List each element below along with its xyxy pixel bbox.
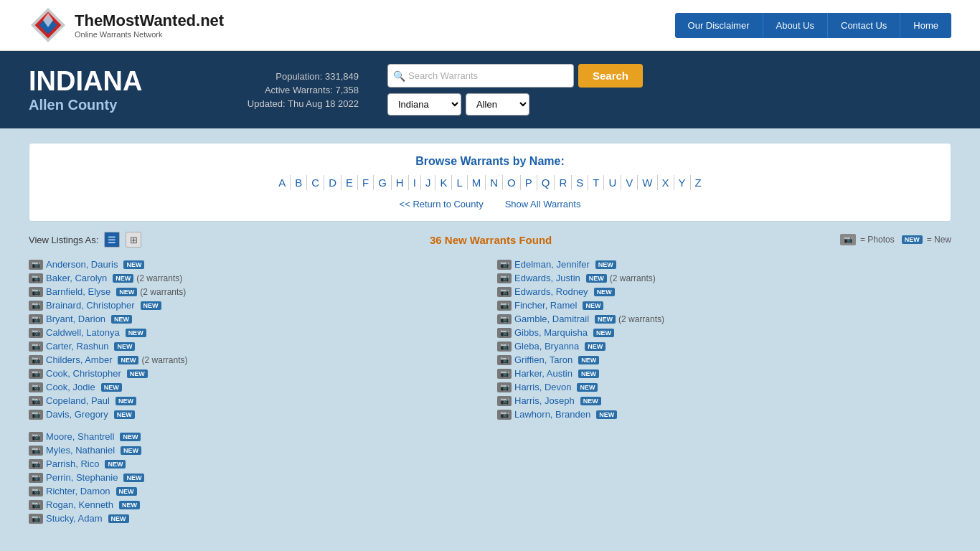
nav-about[interactable]: About Us — [763, 13, 828, 38]
list-item: 📷Griffien, TaronNEW — [497, 353, 951, 367]
warrant-name-link[interactable]: Cook, Jodie — [46, 382, 95, 392]
search-input[interactable] — [387, 64, 574, 88]
warrant-name-link[interactable]: Anderson, Dauris — [46, 259, 118, 270]
grid-view-icon[interactable]: ⊞ — [126, 232, 141, 248]
alpha-link-r[interactable]: R — [555, 175, 572, 190]
warrant-name-link[interactable]: Baker, Carolyn — [46, 273, 107, 283]
alpha-link-t[interactable]: T — [588, 175, 604, 190]
population-stat: Population: 331,849 — [215, 71, 359, 82]
alpha-link-q[interactable]: Q — [537, 175, 555, 190]
listings-section: View Listings As: ☰ ⊞ 36 New Warrants Fo… — [29, 229, 951, 525]
alpha-link-f[interactable]: F — [358, 175, 374, 190]
photo-icon: 📷 — [29, 355, 43, 365]
warrant-name-link[interactable]: Lawhorn, Branden — [514, 409, 590, 420]
new-badge: NEW — [593, 329, 614, 337]
warrant-name-link[interactable]: Caldwell, Latonya — [46, 327, 120, 338]
warrant-extra: (2 warrants) — [610, 273, 656, 283]
browse-title: Browse Warrants by Name: — [44, 155, 936, 168]
warrant-name-link[interactable]: Parrish, Rico — [46, 458, 99, 469]
alpha-link-v[interactable]: V — [621, 175, 638, 190]
warrant-name-link[interactable]: Copeland, Paul — [46, 395, 110, 406]
warrant-name-link[interactable]: Brainard, Christopher — [46, 300, 135, 311]
alpha-link-m[interactable]: M — [468, 175, 486, 190]
top-nav: TheMostWanted.net Online Warrants Networ… — [0, 0, 980, 51]
logo-icon — [29, 6, 67, 44]
warrant-name-link[interactable]: Harris, Joseph — [514, 395, 575, 406]
warrant-name-link[interactable]: Bryant, Darion — [46, 314, 105, 324]
alpha-link-w[interactable]: W — [638, 175, 657, 190]
alpha-link-o[interactable]: O — [503, 175, 521, 190]
new-badge: NEW — [119, 501, 140, 509]
warrant-name-link[interactable]: Davis, Gregory — [46, 409, 108, 420]
list-view-icon[interactable]: ☰ — [104, 232, 120, 248]
alpha-link-h[interactable]: H — [392, 175, 409, 190]
alpha-link-i[interactable]: I — [409, 175, 421, 190]
photo-icon: 📷 — [29, 273, 43, 283]
logo-subtitle: Online Warrants Network — [75, 30, 224, 39]
nav-contact[interactable]: Contact Us — [828, 13, 900, 38]
alpha-link-s[interactable]: S — [572, 175, 588, 190]
list-item: 📷Edelman, JenniferNEW — [497, 258, 951, 271]
alpha-link-a[interactable]: A — [274, 175, 291, 190]
new-badge: NEW — [577, 383, 598, 392]
nav-home[interactable]: Home — [900, 13, 951, 38]
photo-icon: 📷 — [497, 260, 512, 270]
warrant-name-link[interactable]: Edwards, Rodney — [514, 286, 588, 297]
alpha-link-c[interactable]: C — [307, 175, 324, 190]
photo-icon: 📷 — [29, 260, 43, 270]
warrant-name-link[interactable]: Rogan, Kenneth — [46, 499, 113, 510]
list-item: 📷Bryant, DarionNEW — [29, 312, 483, 326]
warrant-name-link[interactable]: Gamble, Damitrail — [514, 314, 589, 324]
warrant-name-link[interactable]: Gleba, Bryanna — [514, 341, 579, 352]
list-item: 📷Harris, DevonNEW — [497, 380, 951, 394]
alpha-link-b[interactable]: B — [291, 175, 307, 190]
alpha-link-e[interactable]: E — [341, 175, 358, 190]
list-item: 📷Childers, AmberNEW (2 warrants) — [29, 353, 483, 367]
new-badge: NEW — [118, 356, 138, 364]
warrant-name-link[interactable]: Edwards, Justin — [514, 273, 580, 283]
warrant-name-link[interactable]: Moore, Shantrell — [46, 431, 114, 442]
alpha-link-y[interactable]: Y — [674, 175, 691, 190]
new-badge: NEW — [594, 288, 615, 296]
photo-icon: 📷 — [29, 301, 43, 311]
warrant-name-link[interactable]: Edelman, Jennifer — [514, 259, 590, 270]
show-all-link[interactable]: Show All Warrants — [505, 199, 581, 209]
search-button[interactable]: Search — [578, 64, 643, 88]
warrant-name-link[interactable]: Gibbs, Marquisha — [514, 327, 588, 338]
names-col-2: 📷Edelman, JenniferNEW📷Edwards, JustinNEW… — [497, 258, 951, 525]
warrant-name-link[interactable]: Childers, Amber — [46, 354, 112, 365]
alpha-link-k[interactable]: K — [435, 175, 452, 190]
warrant-name-link[interactable]: Harker, Austin — [514, 368, 573, 379]
new-badge: NEW — [121, 446, 141, 455]
return-to-county-link[interactable]: << Return to County — [400, 199, 484, 209]
warrant-name-link[interactable]: Barnfield, Elyse — [46, 286, 110, 297]
alpha-link-d[interactable]: D — [324, 175, 341, 190]
alpha-link-z[interactable]: Z — [691, 175, 706, 190]
alpha-link-x[interactable]: X — [658, 175, 674, 190]
warrant-name-link[interactable]: Fincher, Ramel — [514, 300, 577, 311]
alpha-link-p[interactable]: P — [521, 175, 537, 190]
warrant-name-link[interactable]: Cook, Christopher — [46, 368, 121, 379]
warrant-name-link[interactable]: Perrin, Stephanie — [46, 472, 118, 483]
warrant-name-link[interactable]: Harris, Devon — [514, 382, 571, 392]
state-dropdown[interactable]: Indiana — [387, 93, 461, 116]
alpha-link-g[interactable]: G — [374, 175, 392, 190]
warrant-name-link[interactable]: Carter, Rashun — [46, 341, 108, 352]
warrant-name-link[interactable]: Richter, Damon — [46, 486, 110, 496]
alpha-link-u[interactable]: U — [604, 175, 621, 190]
alpha-link-l[interactable]: L — [452, 175, 467, 190]
header-banner: INDIANA Allen County Population: 331,849… — [0, 51, 980, 128]
warrants-stat: Active Warrants: 7,358 — [215, 85, 359, 95]
warrant-name-link[interactable]: Myles, Nathaniel — [46, 445, 115, 456]
photo-icon: 📷 — [29, 446, 43, 456]
warrant-name-link[interactable]: Griffien, Taron — [514, 354, 573, 365]
county-dropdown[interactable]: Allen — [466, 93, 529, 116]
warrant-name-link[interactable]: Stucky, Adam — [46, 513, 103, 524]
photo-icon: 📷 — [29, 342, 43, 352]
list-item: 📷Harker, AustinNEW — [497, 367, 951, 380]
alpha-link-j[interactable]: J — [421, 175, 436, 190]
nav-disclaimer[interactable]: Our Disclaimer — [675, 13, 763, 38]
new-badge: NEW — [113, 274, 133, 283]
alpha-link-n[interactable]: N — [486, 175, 503, 190]
new-badge: NEW — [116, 397, 136, 405]
